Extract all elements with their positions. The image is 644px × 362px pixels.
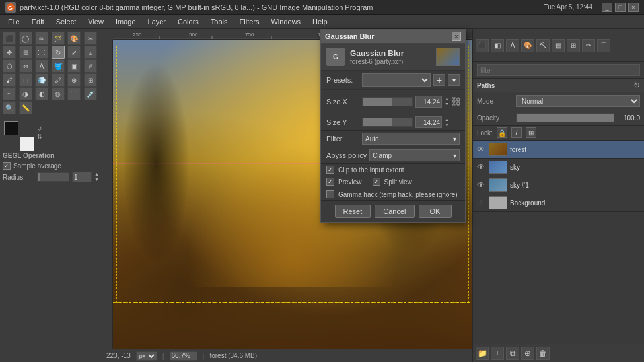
delete-layer-button[interactable]: 🗑 bbox=[536, 347, 550, 360]
tool-zoom[interactable]: 🔍 bbox=[3, 101, 16, 114]
size-x-value[interactable]: 14.24 bbox=[415, 96, 442, 108]
menu-help[interactable]: Help bbox=[307, 17, 333, 27]
maximize-button[interactable]: □ bbox=[615, 3, 626, 12]
lock-alpha-button[interactable]: / bbox=[511, 127, 522, 138]
panel-icon-4[interactable]: 🎨 bbox=[521, 39, 534, 52]
reset-button[interactable]: Reset bbox=[335, 205, 371, 218]
lock-pixels-button[interactable]: 🔒 bbox=[497, 127, 507, 138]
layer-row[interactable]: 👁 Background bbox=[473, 194, 644, 212]
menu-view[interactable]: View bbox=[83, 17, 109, 27]
layer-visibility-icon[interactable]: 👁 bbox=[476, 198, 486, 208]
tool-move[interactable]: ✥ bbox=[3, 46, 16, 59]
tool-free-select[interactable]: ✏ bbox=[35, 32, 48, 45]
tool-scissors-select[interactable]: ✂ bbox=[84, 32, 97, 45]
clip-checkbox[interactable] bbox=[326, 166, 334, 174]
foreground-color[interactable] bbox=[4, 121, 18, 135]
panel-icon-6[interactable]: ▤ bbox=[552, 39, 565, 52]
tool-rotate[interactable]: ↻ bbox=[52, 46, 65, 59]
zoom-input[interactable] bbox=[170, 351, 197, 361]
layer-visibility-icon[interactable]: 👁 bbox=[476, 180, 486, 190]
new-layer-button[interactable]: + bbox=[491, 347, 504, 360]
gamma-checkbox[interactable] bbox=[326, 190, 334, 198]
radius-slider[interactable] bbox=[37, 172, 70, 182]
tool-bucket-fill[interactable]: 🪣 bbox=[52, 59, 65, 73]
split-view-checkbox[interactable] bbox=[373, 178, 380, 186]
ok-button[interactable]: OK bbox=[419, 205, 452, 218]
tool-smudge[interactable]: ~ bbox=[3, 87, 16, 100]
tool-shear[interactable]: ⟁ bbox=[84, 46, 97, 59]
minimize-button[interactable]: _ bbox=[602, 3, 612, 12]
tool-pencil[interactable]: ✐ bbox=[84, 59, 97, 73]
tool-flip[interactable]: ⇔ bbox=[19, 59, 32, 73]
menu-colors[interactable]: Colors bbox=[172, 17, 204, 27]
radius-input[interactable] bbox=[72, 172, 92, 182]
cancel-button[interactable]: Cancel bbox=[375, 205, 414, 218]
panel-icon-1[interactable]: ⬛ bbox=[476, 39, 489, 52]
tool-align[interactable]: ⊟ bbox=[19, 46, 32, 59]
presets-select[interactable] bbox=[362, 73, 431, 87]
menu-file[interactable]: File bbox=[3, 17, 25, 27]
size-y-value[interactable]: 14.24 bbox=[415, 116, 442, 128]
panel-icon-8[interactable]: ✏ bbox=[582, 39, 595, 52]
tool-eraser[interactable]: ◻ bbox=[19, 73, 32, 87]
tool-color-pick[interactable]: 💉 bbox=[84, 87, 97, 100]
layer-row[interactable]: 👁 sky #1 bbox=[473, 176, 644, 194]
tool-desaturate[interactable]: ◍ bbox=[52, 87, 65, 100]
opacity-slider[interactable] bbox=[516, 113, 614, 122]
size-y-spinner[interactable]: ▲ ▼ bbox=[445, 117, 449, 127]
reset-colors[interactable]: ↺ bbox=[37, 126, 42, 132]
filter-dropdown[interactable]: Auto ▾ bbox=[362, 133, 460, 145]
tool-ink[interactable]: 🖊 bbox=[52, 73, 65, 87]
tool-rect-select[interactable]: ⬛ bbox=[3, 32, 16, 45]
menu-select[interactable]: Select bbox=[51, 17, 82, 27]
layer-row[interactable]: 👁 sky bbox=[473, 159, 644, 176]
tool-perspective[interactable]: ⬡ bbox=[3, 59, 16, 73]
tool-by-color-select[interactable]: 🎨 bbox=[67, 32, 81, 45]
paths-refresh-icon[interactable]: ↻ bbox=[633, 81, 640, 90]
dialog-close-button[interactable]: × bbox=[452, 32, 461, 41]
tool-ellipse-select[interactable]: ◯ bbox=[19, 32, 32, 45]
abyss-dropdown[interactable]: Clamp ▾ bbox=[369, 149, 460, 161]
close-button[interactable]: × bbox=[628, 3, 639, 12]
panel-icon-3[interactable]: A bbox=[506, 39, 519, 52]
menu-filters[interactable]: Filters bbox=[234, 17, 265, 27]
menu-windows[interactable]: Windows bbox=[266, 17, 306, 27]
layer-visibility-icon[interactable]: 👁 bbox=[476, 162, 486, 172]
lock-position-button[interactable]: ⊞ bbox=[526, 127, 536, 138]
panel-icon-5[interactable]: ⛏ bbox=[536, 39, 550, 52]
panel-icon-2[interactable]: ◧ bbox=[491, 39, 504, 52]
menu-image[interactable]: Image bbox=[110, 17, 141, 27]
unit-selector[interactable]: px bbox=[136, 351, 157, 361]
presets-more-button[interactable]: ▾ bbox=[448, 74, 460, 86]
radius-spinner[interactable]: ▲ ▼ bbox=[94, 172, 99, 182]
size-x-spinner[interactable]: ▲ ▼ bbox=[445, 96, 449, 107]
background-color[interactable] bbox=[20, 137, 34, 151]
filter-input[interactable] bbox=[477, 64, 640, 76]
menu-edit[interactable]: Edit bbox=[26, 17, 50, 27]
layer-row[interactable]: 👁 forest bbox=[473, 141, 644, 159]
tool-dodge-burn[interactable]: ◐ bbox=[35, 87, 48, 100]
layer-visibility-icon[interactable]: 👁 bbox=[476, 144, 486, 155]
tool-blend[interactable]: ▣ bbox=[67, 59, 81, 73]
tool-path[interactable]: ⌒ bbox=[67, 87, 81, 100]
tool-paintbrush[interactable]: 🖌 bbox=[3, 73, 16, 87]
tool-airbrush[interactable]: 💨 bbox=[35, 73, 48, 87]
new-layer-group-button[interactable]: 📁 bbox=[476, 347, 489, 360]
preview-checkbox[interactable] bbox=[326, 178, 334, 186]
mode-select[interactable]: Normal bbox=[516, 95, 640, 107]
tool-clone[interactable]: ⊞ bbox=[84, 73, 97, 87]
panel-icon-9[interactable]: ⌒ bbox=[597, 39, 610, 52]
size-y-slider[interactable] bbox=[362, 118, 413, 127]
menu-layer[interactable]: Layer bbox=[143, 17, 172, 27]
panel-icon-7[interactable]: ⊞ bbox=[567, 39, 580, 52]
tool-blur[interactable]: ◑ bbox=[19, 87, 32, 100]
tool-scale[interactable]: ⤢ bbox=[67, 46, 81, 59]
sample-average-checkbox[interactable] bbox=[3, 162, 11, 170]
tool-text[interactable]: A bbox=[35, 59, 48, 73]
duplicate-layer-button[interactable]: ⧉ bbox=[506, 347, 519, 360]
tool-crop[interactable]: ⛶ bbox=[35, 46, 48, 59]
swap-colors[interactable]: ⇅ bbox=[37, 133, 42, 140]
presets-add-button[interactable]: + bbox=[433, 74, 445, 86]
merge-layers-button[interactable]: ⊕ bbox=[521, 347, 534, 360]
menu-tools[interactable]: Tools bbox=[205, 17, 233, 27]
